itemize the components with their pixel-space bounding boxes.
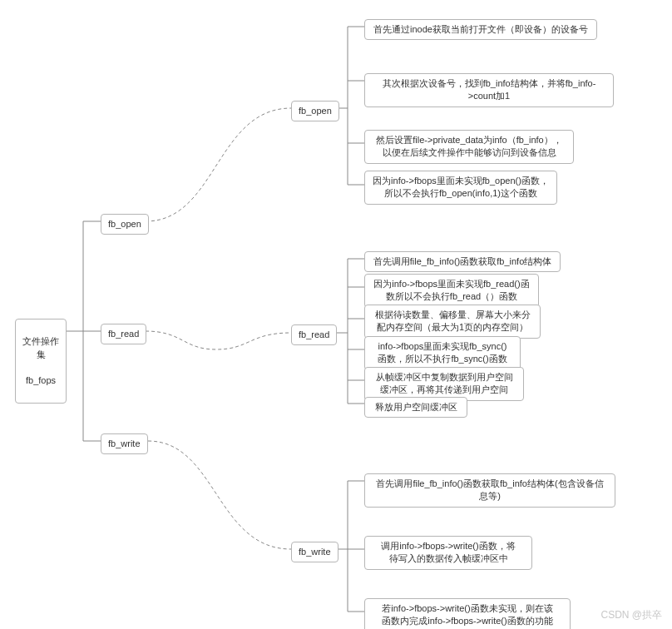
open-leaf-4: 因为info->fbops里面未实现fb_open()函数， 所以不会执行fb_… <box>364 171 557 205</box>
right-fb-read: fb_read <box>291 324 337 345</box>
write-leaf-2: 调用info->fbops->write()函数，将 待写入的数据传入帧缓冲区中 <box>364 536 532 570</box>
root-node: 文件操作集 fb_fops <box>15 319 67 404</box>
read-leaf-5: 从帧缓冲区中复制数据到用户空间 缓冲区，再将其传递到用户空间 <box>364 367 524 401</box>
watermark: CSDN @拱卒 <box>600 608 662 622</box>
open-leaf-3: 然后设置file->private_data为info（fb_info）， 以便… <box>364 130 574 164</box>
root-line1: 文件操作集 <box>22 335 59 361</box>
open-leaf-2: 其次根据次设备号，找到fb_info结构体，并将fb_info->count加1 <box>364 73 614 107</box>
write-leaf-1: 首先调用file_fb_info()函数获取fb_info结构体(包含设备信息等… <box>364 473 615 508</box>
mid-fb-read: fb_read <box>101 324 146 344</box>
right-fb-open: fb_open <box>291 101 339 121</box>
read-leaf-4: info->fbops里面未实现fb_sync() 函数，所以不执行fb_syn… <box>364 336 521 370</box>
write-leaf-3: 若info->fbops->write()函数未实现，则在该 函数内完成info… <box>364 598 571 629</box>
read-leaf-1: 首先调用file_fb_info()函数获取fb_info结构体 <box>364 251 561 272</box>
read-leaf-3: 根据待读数量、偏移量、屏幕大小来分 配内存空间（最大为1页的内存空间） <box>364 305 541 339</box>
right-fb-write: fb_write <box>291 542 338 562</box>
read-leaf-2: 因为info->fbops里面未实现fb_read()函 数所以不会执行fb_r… <box>364 274 539 308</box>
root-line2: fb_fops <box>22 374 59 387</box>
mid-fb-open: fb_open <box>101 214 149 235</box>
read-leaf-6: 释放用户空间缓冲区 <box>364 397 467 418</box>
mid-fb-write: fb_write <box>101 433 148 454</box>
open-leaf-1: 首先通过inode获取当前打开文件（即设备）的设备号 <box>364 19 597 40</box>
